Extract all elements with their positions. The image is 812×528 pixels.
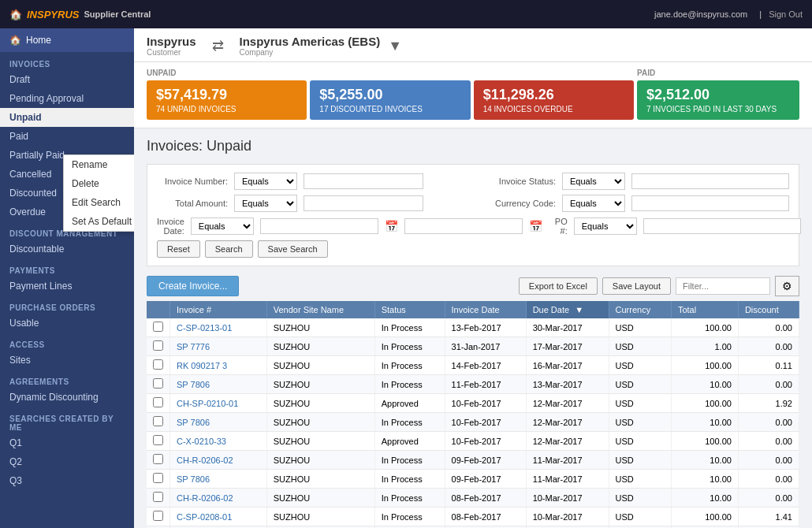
sidebar-item-q3[interactable]: Q3	[0, 471, 134, 490]
row-invoice[interactable]: CH-R-0206-02	[170, 489, 267, 508]
context-delete[interactable]: Delete	[64, 174, 134, 193]
total-amount-label: Total Amount:	[157, 199, 228, 208]
context-set-default[interactable]: Set As Default	[64, 212, 134, 231]
row-invoice-date: 13-Feb-2017	[445, 318, 526, 337]
filter-input[interactable]	[676, 277, 770, 295]
row-invoice[interactable]: C-X-0210-33	[170, 432, 267, 451]
row-check[interactable]	[147, 508, 170, 526]
sign-out-link[interactable]: Sign Out	[769, 9, 803, 19]
currency-code-input[interactable]	[631, 195, 789, 211]
row-check[interactable]	[147, 451, 170, 470]
tile-overdue[interactable]: $11,298.26 14 INVOICES OVERDUE	[474, 80, 634, 120]
filter-options-button[interactable]: ⚙	[775, 276, 799, 296]
sidebar-item-usable[interactable]: Usable	[0, 314, 134, 333]
row-invoice[interactable]: C-SP-0208-01	[170, 508, 267, 526]
col-total[interactable]: Total	[671, 301, 738, 318]
customer-block: Inspyrus Customer	[147, 35, 196, 57]
sidebar-item-q2[interactable]: Q2	[0, 452, 134, 471]
invoice-link[interactable]: C-X-0210-33	[177, 437, 226, 446]
po-input[interactable]	[643, 218, 801, 234]
tile-unpaid[interactable]: $57,419.79 74 UNPAID INVOICES	[147, 80, 307, 120]
invoice-link[interactable]: SP 7806	[177, 474, 210, 484]
sidebar-home[interactable]: 🏠 Home	[0, 28, 134, 52]
row-check[interactable]	[147, 356, 170, 375]
save-search-button[interactable]: Save Search	[258, 240, 328, 258]
row-status: Approved	[374, 394, 445, 413]
invoice-link[interactable]: C-SP-0208-01	[177, 512, 232, 522]
row-invoice[interactable]: RK 090217 3	[170, 356, 267, 375]
row-invoice[interactable]: C-SP-0213-01	[170, 318, 267, 337]
invoice-date-op[interactable]: Equals	[191, 218, 254, 235]
col-due-date[interactable]: Due Date ▼	[526, 301, 609, 318]
col-invoice-date[interactable]: Invoice Date	[445, 301, 526, 318]
col-invoice[interactable]: Invoice #	[170, 301, 267, 318]
row-check[interactable]	[147, 470, 170, 489]
calendar-icon-from[interactable]: 📅	[385, 220, 398, 232]
row-check[interactable]	[147, 394, 170, 413]
row-invoice[interactable]: SP 7806	[170, 375, 267, 394]
search-row-1: Invoice Number: Equals Invoice Status: E…	[157, 173, 789, 190]
sidebar-item-pending-approval[interactable]: Pending Approval	[0, 89, 134, 108]
table-row: SP 7806 SUZHOU In Process 11-Feb-2017 13…	[147, 375, 799, 394]
row-invoice[interactable]: CH-SP-0210-01	[170, 394, 267, 413]
invoice-link[interactable]: RK 090217 3	[177, 361, 227, 370]
save-layout-button[interactable]: Save Layout	[602, 277, 671, 295]
invoice-date-input-from[interactable]	[260, 218, 378, 234]
sidebar-item-paid[interactable]: Paid	[0, 127, 134, 146]
invoice-status-input[interactable]	[631, 173, 789, 189]
currency-code-op[interactable]: Equals	[562, 195, 625, 212]
export-button[interactable]: Export to Excel	[519, 277, 598, 295]
row-invoice[interactable]: CH-R-0206-02	[170, 451, 267, 470]
po-op[interactable]: Equals	[574, 218, 637, 235]
invoice-link[interactable]: SP 7776	[177, 342, 210, 351]
sidebar-item-discountable[interactable]: Discountable	[0, 240, 134, 258]
context-rename[interactable]: Rename	[64, 155, 134, 174]
row-discount: 0.00	[738, 337, 799, 356]
row-check[interactable]	[147, 375, 170, 394]
row-check[interactable]	[147, 318, 170, 337]
sidebar-item-payment-lines[interactable]: Payment Lines	[0, 277, 134, 296]
sidebar-item-unpaid[interactable]: Unpaid	[0, 108, 134, 127]
row-check[interactable]	[147, 432, 170, 451]
calendar-icon-to[interactable]: 📅	[529, 220, 542, 232]
invoice-number-input[interactable]	[304, 173, 423, 189]
context-menu: Rename Delete Edit Search Set As Default…	[63, 154, 134, 232]
sidebar-item-dynamic-discounting[interactable]: Dynamic Discounting	[0, 388, 134, 407]
total-amount-input[interactable]	[304, 195, 423, 211]
invoice-status-op[interactable]: Equals	[562, 173, 625, 190]
row-vendor: SUZHOU	[266, 356, 374, 375]
row-invoice[interactable]: SP 7806	[170, 413, 267, 432]
invoice-link[interactable]: CH-R-0206-02	[177, 455, 233, 465]
invoice-table: Invoice # Vendor Site Name Status Invoic…	[147, 301, 799, 528]
total-amount-op[interactable]: Equals	[234, 195, 297, 212]
col-currency[interactable]: Currency	[609, 301, 671, 318]
row-invoice-date: 10-Feb-2017	[445, 413, 526, 432]
sidebar-item-q1[interactable]: Q1	[0, 433, 134, 452]
reset-button[interactable]: Reset	[157, 240, 200, 258]
col-vendor[interactable]: Vendor Site Name	[266, 301, 374, 318]
row-discount: 0.00	[738, 375, 799, 394]
row-invoice[interactable]: SP 7806	[170, 470, 267, 489]
row-check[interactable]	[147, 489, 170, 508]
create-invoice-button[interactable]: Create Invoice...	[147, 276, 239, 296]
context-edit-search[interactable]: Edit Search	[64, 193, 134, 212]
row-check[interactable]	[147, 413, 170, 432]
invoice-link[interactable]: CH-R-0206-02	[177, 493, 233, 503]
search-button[interactable]: Search	[205, 240, 253, 258]
sidebar-item-sites[interactable]: Sites	[0, 351, 134, 370]
invoice-link[interactable]: CH-SP-0210-01	[177, 399, 238, 408]
tile-discounted[interactable]: $5,255.00 17 DISCOUNTED INVOICES	[310, 80, 470, 120]
row-invoice[interactable]: SP 7776	[170, 337, 267, 356]
invoice-link[interactable]: C-SP-0213-01	[177, 323, 232, 333]
row-check[interactable]	[147, 337, 170, 356]
col-discount[interactable]: Discount	[738, 301, 799, 318]
invoice-date-input-to[interactable]	[404, 218, 523, 234]
tile-paid[interactable]: $2,512.00 7 INVOICES PAID IN LAST 30 DAY…	[637, 80, 799, 120]
row-vendor: SUZHOU	[266, 413, 374, 432]
sidebar-item-draft[interactable]: Draft	[0, 70, 134, 89]
invoice-link[interactable]: SP 7806	[177, 418, 210, 427]
invoice-number-op[interactable]: Equals	[234, 173, 297, 190]
search-row-2: Total Amount: Equals Currency Code: Equa…	[157, 195, 789, 212]
col-status[interactable]: Status	[374, 301, 445, 318]
invoice-link[interactable]: SP 7806	[177, 380, 210, 389]
